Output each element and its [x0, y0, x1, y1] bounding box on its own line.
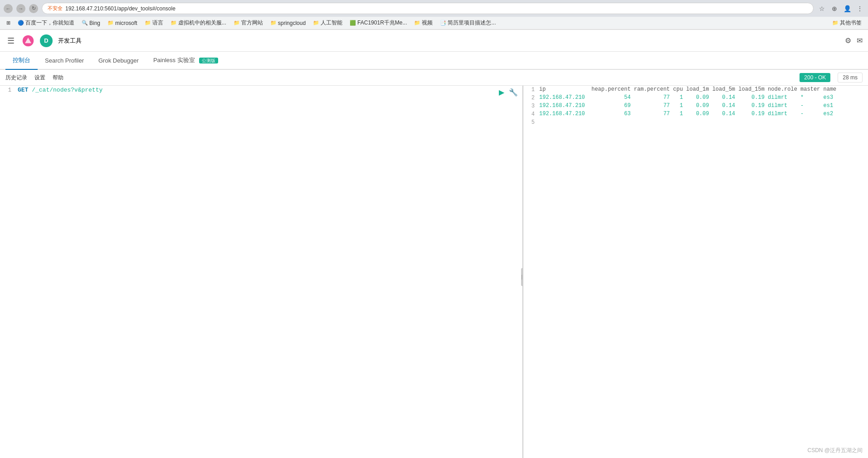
time-badge: 28 ms [838, 73, 863, 83]
folder-icon: 📁 [107, 20, 114, 26]
bookmark-icon: 📑 [440, 20, 446, 26]
folder-icon: 📁 [234, 20, 240, 26]
line-content-1: GET /_cat/nodes?v&pretty [16, 87, 522, 93]
bookmark-star-button[interactable]: ☆ [817, 4, 826, 13]
avatar: D [40, 34, 53, 47]
tabs-bar: 控制台 Search Profiler Grok Debugger Painle… [0, 52, 868, 70]
http-method: GET [18, 87, 28, 93]
tab-search-profiler[interactable]: Search Profiler [38, 53, 91, 69]
beta-badge: 公测版 [199, 58, 218, 63]
bookmark-ai[interactable]: 📁 人工智能 [310, 18, 345, 28]
bookmarks-bar: ⊞ 🔵 百度一下，你就知道 🔍 Bing 📁 microsoft 📁 语言 📁 … [0, 17, 868, 29]
bookmark-others[interactable]: 📁 其他书签 [829, 18, 864, 28]
mail-icon-button[interactable]: ✉ [857, 36, 863, 45]
resp-line-content-4: 192.168.47.210 63 77 1 0.09 0.14 0.19 di… [539, 111, 868, 117]
menu-bar: 历史记录 设置 帮助 200 - OK 28 ms [0, 70, 868, 86]
resp-line-num-4: 4 [523, 111, 539, 117]
browser-chrome: ← → ↻ 不安全 192.168.47.210:5601/app/dev_to… [0, 0, 868, 30]
back-button[interactable]: ← [4, 4, 13, 13]
bookmark-language[interactable]: 📁 语言 [142, 18, 166, 28]
menu-settings[interactable]: 设置 [34, 73, 45, 83]
bookmark-microsoft[interactable]: 📁 microsoft [105, 19, 140, 27]
folder-icon: 📁 [270, 20, 277, 26]
header-right: ⚙ ✉ [845, 36, 863, 45]
profile-button[interactable]: 👤 [843, 4, 852, 13]
bookmark-vm[interactable]: 📁 虚拟机中的相关服... [168, 18, 229, 28]
main-content: 1 GET /_cat/nodes?v&pretty ▶ 🔧 ‖ 1 ip he… [0, 86, 868, 458]
resp-line-num-2: 2 [523, 94, 539, 101]
app-title: 开发工具 [58, 37, 82, 45]
status-badge: 200 - OK [800, 73, 830, 82]
settings-icon-button[interactable]: ⚙ [845, 36, 851, 45]
resp-line-content-3: 192.168.47.210 69 77 1 0.09 0.14 0.19 di… [539, 102, 868, 109]
resp-line-content-2: 192.168.47.210 54 77 1 0.09 0.14 0.19 di… [539, 94, 868, 101]
hamburger-button[interactable]: ☰ [5, 34, 16, 48]
app-header: ☰ D 开发工具 ⚙ ✉ [0, 30, 868, 52]
folder-icon: 📁 [313, 20, 319, 26]
menu-dots-button[interactable]: ⋮ [855, 4, 864, 13]
wrench-button[interactable]: 🔧 [508, 87, 519, 97]
tab-console[interactable]: 控制台 [5, 52, 38, 70]
bookmark-official[interactable]: 📁 官方网站 [231, 18, 266, 28]
address-bar[interactable]: 不安全 192.168.47.210:5601/app/dev_tools#/c… [42, 3, 814, 14]
tab-grok-debugger[interactable]: Grok Debugger [91, 53, 146, 69]
tab-painless-lab[interactable]: Painless 实验室 公测版 [146, 52, 225, 70]
bookmark-bing[interactable]: 🔍 Bing [79, 19, 103, 27]
bookmark-springcloud[interactable]: 📁 springcloud [268, 19, 308, 27]
extension-button[interactable]: ⊕ [830, 4, 839, 13]
response-line-3: 3 192.168.47.210 69 77 1 0.09 0.14 0.19 … [523, 102, 868, 110]
bookmark-item[interactable]: ⊞ [4, 19, 13, 27]
response-line-4: 4 192.168.47.210 63 77 1 0.09 0.14 0.19 … [523, 110, 868, 118]
security-warning: 不安全 [48, 5, 63, 12]
response-line-2: 2 192.168.47.210 54 77 1 0.09 0.14 0.19 … [523, 94, 868, 102]
watermark: CSDN @泛丹五湖之间 [807, 447, 863, 454]
browser-actions: ☆ ⊕ 👤 ⋮ [817, 4, 864, 13]
menu-history[interactable]: 历史记录 [5, 73, 27, 83]
editor-line-1: 1 GET /_cat/nodes?v&pretty [0, 86, 522, 94]
resp-line-num-5: 5 [523, 119, 539, 126]
folder-icon: 📁 [145, 20, 151, 26]
response-line-5: 5 [523, 118, 868, 127]
forward-button[interactable]: → [16, 4, 25, 13]
endpoint: /_cat/nodes?v&pretty [32, 87, 102, 93]
apps-icon: ⊞ [6, 20, 10, 26]
resp-line-content-1: ip heap.percent ram.percent cpu load_1m … [539, 86, 868, 93]
line-number-1: 1 [0, 87, 16, 93]
browser-toolbar: ← → ↻ 不安全 192.168.47.210:5601/app/dev_to… [0, 0, 868, 17]
editor-panel[interactable]: 1 GET /_cat/nodes?v&pretty ▶ 🔧 ‖ [0, 86, 523, 458]
bookmark-resume[interactable]: 📑 简历里项目描述怎... [437, 18, 498, 28]
response-line-1: 1 ip heap.percent ram.percent cpu load_1… [523, 86, 868, 94]
run-button[interactable]: ▶ [498, 87, 505, 97]
divider-handle[interactable]: ‖ [521, 268, 523, 286]
bookmark-baidu[interactable]: 🔵 百度一下，你就知道 [15, 18, 77, 28]
resp-line-num-1: 1 [523, 86, 539, 93]
bing-icon: 🔍 [82, 20, 88, 26]
fac-icon: 🟩 [350, 20, 356, 26]
resp-line-num-3: 3 [523, 102, 539, 109]
folder-icon: 📁 [832, 20, 839, 26]
editor-actions: ▶ 🔧 [498, 87, 519, 97]
url-text: 192.168.47.210:5601/app/dev_tools#/conso… [65, 5, 176, 12]
bookmark-fac[interactable]: 🟩 FAC1901R千兆Me... [347, 18, 410, 28]
folder-icon: 📁 [414, 20, 420, 26]
kibana-logo [22, 34, 34, 47]
reload-button[interactable]: ↻ [29, 4, 38, 13]
menu-help[interactable]: 帮助 [53, 73, 63, 83]
bookmark-video[interactable]: 📁 视频 [411, 18, 435, 28]
response-panel[interactable]: 1 ip heap.percent ram.percent cpu load_1… [523, 86, 868, 458]
baidu-icon: 🔵 [18, 20, 24, 26]
folder-icon: 📁 [171, 20, 177, 26]
